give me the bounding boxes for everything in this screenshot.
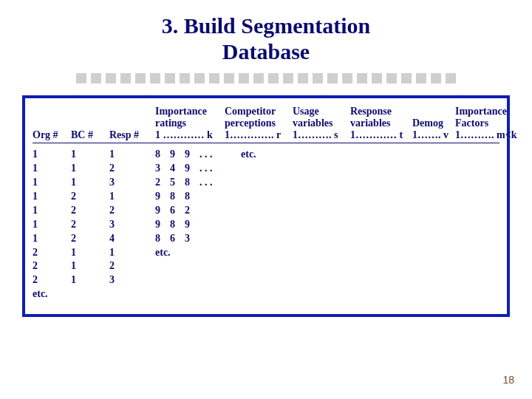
slide-title: 3. Build Segmentation Database [0,0,532,69]
divider-square [431,73,441,83]
divider-square [224,73,234,83]
divider-square [313,73,323,83]
slide-title-line1: 3. Build Segmentation [162,13,371,38]
col-org: 1111111222etc. [33,148,71,301]
hdr-org-l1 [33,106,71,117]
hdr-bc-l1 [71,106,109,117]
table-body: 1111111222etc. 1112222111 1231234123 832… [33,148,499,301]
bc-cell: 1 [71,259,109,273]
resp-cell: 1 [109,190,155,204]
org-cell: 1 [33,232,71,246]
decorative-divider [0,69,532,95]
rating1-cell: 9 [155,204,164,218]
divider-square [357,73,367,83]
table-header-row-3: Org # BC # Resp # 1 ………… k 1…………. r 1………… [33,129,499,141]
rating2-cell: 6 [170,204,179,218]
org-cell: 1 [33,204,71,218]
rating1-cell: etc. [155,246,164,260]
hdr-imp-l3: 1 ………… k [155,129,225,141]
ratings-etc: etc. [241,148,256,162]
hdr-impf-l2: Factors [455,117,522,129]
divider-square [135,73,146,83]
org-cell: 2 [33,259,71,273]
slide-title-line2: Database [222,39,310,64]
hdr-bc-l2 [71,117,109,129]
bc-cell: 1 [71,176,109,190]
divider-square [253,73,264,83]
rating1-cell: 8 [155,148,164,162]
hdr-resp-l3: Resp # [109,129,155,141]
divider-square [268,73,279,83]
col-rating-3: 9988293 [185,148,194,301]
divider-square [91,73,101,83]
bc-cell: 1 [71,162,109,176]
org-cell: 1 [33,190,71,204]
resp-cell: 2 [109,162,155,176]
rating1-cell: 9 [155,218,164,232]
dots-cell: . . . [200,162,217,176]
dots-cell: . . . [200,176,217,190]
resp-cell: 3 [109,218,155,232]
rating2-cell: 8 [170,218,179,232]
table-frame: Importance Competitor Usage Response Imp… [22,95,510,317]
col-bc: 1112222111 [71,148,109,301]
divider-square [165,73,175,83]
hdr-imp-l2: ratings [155,117,225,129]
divider-square [372,73,382,83]
bc-cell: 2 [71,232,109,246]
hdr-comp-l3: 1…………. r [225,129,293,141]
divider-square [120,73,131,83]
header-underline [33,143,499,143]
rating3-cell: 3 [185,232,194,246]
rating1-cell: 9 [155,190,164,204]
divider-square [239,73,249,83]
hdr-org-l3: Org # [33,129,71,141]
org-cell: 1 [33,162,71,176]
divider-square [180,73,190,83]
resp-cell: 2 [109,204,155,218]
hdr-impf-l1: Importance [455,106,522,117]
hdr-comp-l2: perceptions [225,117,293,129]
bc-cell: 2 [71,204,109,218]
rating2-cell: 6 [170,232,179,246]
divider-square [283,73,293,83]
divider-square [106,73,116,83]
divider-square [194,73,205,83]
bc-cell: 1 [71,273,109,287]
hdr-demog-l2: Demog [412,117,455,129]
divider-square [298,73,308,83]
rating3-cell: 9 [185,148,194,162]
divider-square [327,73,338,83]
rating2-cell: 9 [170,148,179,162]
bc-cell: 1 [71,148,109,162]
divider-square [416,73,426,83]
rating1-cell: 8 [155,232,164,246]
hdr-usage-l1: Usage [293,106,350,117]
resp-cell: 3 [109,176,155,190]
col-dots: . . .. . .. . . [200,148,217,301]
org-cell: 1 [33,148,71,162]
col-rating-2: 9458686 [170,148,179,301]
table-header-row-2: ratings perceptions variables variables … [33,117,499,129]
hdr-usage-l2: variables [293,117,350,129]
org-cell: 2 [33,246,71,260]
divider-square [386,73,397,83]
bc-cell: 2 [71,190,109,204]
rating3-cell: 2 [185,204,194,218]
resp-cell: 1 [109,246,155,260]
hdr-org-l2 [33,117,71,129]
hdr-respv-l3: 1………… t [350,129,412,141]
resp-cell: 1 [109,148,155,162]
org-cell: 1 [33,218,71,232]
rating1-cell: 2 [155,176,164,190]
org-cell: 1 [33,176,71,190]
hdr-comp-l1: Competitor [225,106,293,117]
hdr-respv-l1: Response [350,106,412,117]
hdr-demog-l3: 1……. v [412,129,455,141]
hdr-resp-l2 [109,117,155,129]
rating3-cell: 8 [185,190,194,204]
rating1-cell: 3 [155,162,164,176]
rating2-cell: 5 [170,176,179,190]
col-resp: 1231234123 [109,148,155,301]
resp-cell: 3 [109,273,155,287]
